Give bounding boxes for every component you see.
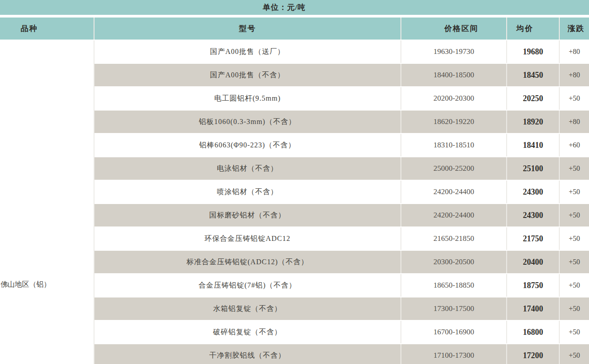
table-row: 合金压铸铝锭(7#铝)（不含） 18650-18850 18750 +50	[94, 274, 589, 297]
table-row: 国标磨砂铝材（不含） 24200-24400 24300 +50	[94, 204, 589, 227]
avg-price-cell: 18750	[506, 274, 559, 297]
avg-price-cell: 20400	[506, 251, 559, 273]
change-cell: +60	[559, 134, 589, 156]
avg-price-cell: 19680	[506, 40, 559, 63]
variety-column: 佛山地区（铝）	[0, 40, 94, 364]
price-range-cell: 18620-19220	[400, 111, 506, 133]
avg-price-cell: 24300	[506, 204, 559, 226]
price-range-cell: 24200-24400	[400, 204, 506, 226]
table-row: 铝棒6063(Φ90-223)（不含） 18310-18510 18410 +6…	[94, 134, 589, 157]
avg-price-cell: 17400	[506, 297, 559, 320]
change-cell: +50	[559, 87, 589, 110]
model-cell: 标准合金压铸铝锭(ADC12)（不含）	[94, 251, 400, 273]
model-cell: 电泳铝材（不含）	[94, 157, 400, 180]
table-row: 电泳铝材（不含） 25000-25200 25100 +50	[94, 157, 589, 181]
change-cell: +50	[559, 204, 589, 226]
avg-price-cell: 18450	[506, 64, 559, 86]
price-range-cell: 18650-18850	[400, 274, 506, 297]
avg-price-cell: 20250	[506, 87, 559, 110]
change-cell: +50	[559, 251, 589, 273]
column-header-change: 涨跌	[559, 18, 589, 40]
avg-price-cell: 16800	[506, 321, 559, 343]
price-range-cell: 18400-18500	[400, 64, 506, 86]
price-range-cell: 21650-21850	[400, 227, 506, 250]
price-range-cell: 20200-20300	[400, 87, 506, 110]
table-row: 环保合金压铸铝锭ADC12 21650-21850 21750 +50	[94, 227, 589, 251]
aluminum-price-table-page: 单位：元/吨 品种 型号 价格区间 均价 涨跌 佛山地区（铝） 国产A00批售（…	[0, 0, 589, 364]
model-cell: 干净割胶铝线（不含）	[94, 344, 400, 364]
change-cell: +50	[559, 157, 589, 180]
change-cell: +50	[559, 227, 589, 250]
model-cell: 铝板1060(0.3-3mm)（不含）	[94, 111, 400, 133]
price-range-cell: 20300-20500	[400, 251, 506, 273]
model-cell: 水箱铝复锭（不含）	[94, 297, 400, 320]
price-range-cell: 17300-17500	[400, 297, 506, 320]
model-cell: 喷涂铝材（不含）	[94, 181, 400, 203]
price-range-cell: 18310-18510	[400, 134, 506, 156]
table-header: 品种 型号 价格区间 均价 涨跌	[0, 18, 589, 40]
change-cell: +50	[559, 297, 589, 320]
price-range-cell: 16700-16900	[400, 321, 506, 343]
unit-label: 单位：元/吨	[263, 2, 306, 13]
table-row: 喷涂铝材（不含） 24200-24400 24300 +50	[94, 181, 589, 204]
model-cell: 环保合金压铸铝锭ADC12	[94, 227, 400, 250]
change-cell: +80	[559, 64, 589, 86]
column-header-model: 型号	[94, 18, 400, 40]
price-range-cell: 19630-19730	[400, 40, 506, 63]
model-cell: 国产A00批售（不含）	[94, 64, 400, 86]
table-row: 破碎铝复锭（不含） 16700-16900 16800 +50	[94, 321, 589, 344]
model-cell: 国产A00批售（送厂）	[94, 40, 400, 63]
price-range-cell: 24200-24400	[400, 181, 506, 203]
unit-bar: 单位：元/吨	[0, 0, 589, 15]
price-range-cell: 17100-17300	[400, 344, 506, 364]
change-cell: +80	[559, 40, 589, 63]
change-cell: +50	[559, 274, 589, 297]
model-cell: 国标磨砂铝材（不含）	[94, 204, 400, 226]
table-row: 干净割胶铝线（不含） 17100-17300 17200 +50	[94, 344, 589, 364]
model-cell: 破碎铝复锭（不含）	[94, 321, 400, 343]
avg-price-cell: 17200	[506, 344, 559, 364]
column-header-variety: 品种	[0, 18, 94, 40]
avg-price-cell: 18920	[506, 111, 559, 133]
change-cell: +50	[559, 181, 589, 203]
table-row: 国产A00批售（不含） 18400-18500 18450 +80	[94, 64, 589, 87]
model-cell: 铝棒6063(Φ90-223)（不含）	[94, 134, 400, 156]
avg-price-cell: 18410	[506, 134, 559, 156]
region-label: 佛山地区（铝）	[0, 280, 51, 289]
change-cell: +50	[559, 321, 589, 343]
column-header-price-range: 价格区间	[400, 18, 506, 40]
table-body: 佛山地区（铝） 国产A00批售（送厂） 19630-19730 19680 +8…	[0, 40, 589, 364]
model-cell: 电工圆铝杆(9.5mm)	[94, 87, 400, 110]
table-row: 水箱铝复锭（不含） 17300-17500 17400 +50	[94, 297, 589, 321]
table-row: 铝板1060(0.3-3mm)（不含） 18620-19220 18920 +8…	[94, 111, 589, 134]
column-header-avg-price: 均价	[506, 18, 559, 40]
avg-price-cell: 24300	[506, 181, 559, 203]
rows-container: 国产A00批售（送厂） 19630-19730 19680 +80 国产A00批…	[94, 40, 589, 364]
table-row: 标准合金压铸铝锭(ADC12)（不含） 20300-20500 20400 +5…	[94, 251, 589, 274]
avg-price-cell: 21750	[506, 227, 559, 250]
change-cell: +50	[559, 344, 589, 364]
table-row: 电工圆铝杆(9.5mm) 20200-20300 20250 +50	[94, 87, 589, 111]
table-row: 国产A00批售（送厂） 19630-19730 19680 +80	[94, 40, 589, 64]
price-range-cell: 25000-25200	[400, 157, 506, 180]
avg-price-cell: 25100	[506, 157, 559, 180]
change-cell: +80	[559, 111, 589, 133]
model-cell: 合金压铸铝锭(7#铝)（不含）	[94, 274, 400, 297]
